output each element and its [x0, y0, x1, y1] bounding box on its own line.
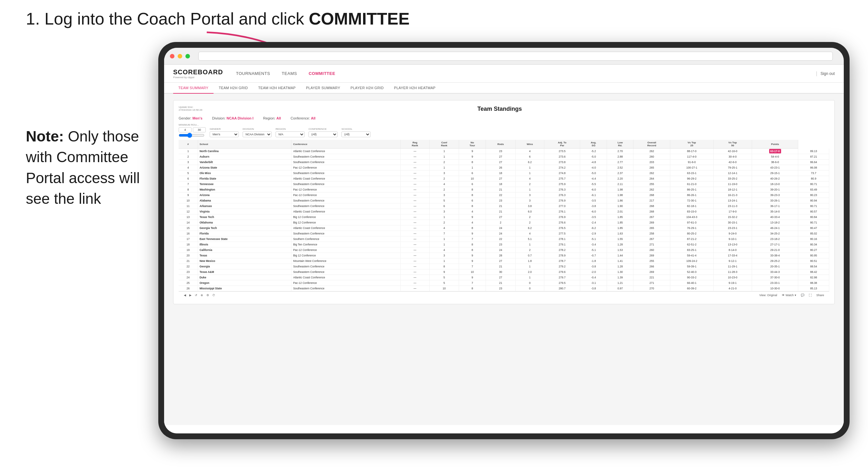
- table-cell: 88.54: [798, 264, 829, 269]
- table-cell: —: [400, 149, 430, 154]
- table-cell: 1.53: [607, 247, 633, 253]
- table-cell: 33-44-3: [752, 269, 798, 275]
- table-cell: Virginia: [198, 209, 291, 214]
- nav-teams[interactable]: TEAMS: [282, 70, 297, 77]
- table-cell: Southeastern Conference: [291, 182, 400, 187]
- table-cell: 9: [459, 214, 486, 220]
- table-cell: Tennessee: [198, 182, 291, 187]
- clock-icon[interactable]: ⏱: [212, 293, 215, 297]
- table-cell: —: [400, 253, 430, 258]
- nav-forward-icon[interactable]: ▶: [189, 293, 192, 297]
- table-cell: —: [400, 286, 430, 291]
- table-cell: 40-26-2: [752, 176, 798, 182]
- table-cell: 80.71: [798, 204, 829, 209]
- table-cell: 8: [459, 225, 486, 231]
- school-select[interactable]: (All): [341, 131, 371, 137]
- sub-nav-team-summary[interactable]: TEAM SUMMARY: [173, 83, 214, 94]
- table-cell: —: [400, 269, 430, 275]
- table-cell: 23: [486, 149, 516, 154]
- table-cell: 4: [430, 225, 459, 231]
- table-cell: 23: [486, 242, 516, 247]
- table-cell: -5.1: [580, 247, 607, 253]
- table-cell: 1: [516, 275, 544, 280]
- table-cell: 27: [486, 214, 516, 220]
- table-cell: 100-27-1: [670, 165, 713, 170]
- step-number: 1.: [26, 9, 40, 28]
- table-cell: 1.55: [607, 237, 633, 242]
- table-cell: 1.85: [607, 214, 633, 220]
- filter-gender: Gender: Men's: [179, 116, 203, 120]
- table-cell: 1: [516, 242, 544, 247]
- sign-out-btn[interactable]: Sign out: [820, 71, 835, 76]
- table-cell: -4.8: [580, 160, 607, 165]
- table-cell: Arizona: [198, 192, 291, 198]
- comment-btn[interactable]: 💬: [801, 293, 804, 297]
- nav-back-icon[interactable]: ◀: [184, 293, 186, 297]
- table-cell: 8: [459, 160, 486, 165]
- table-cell: —: [400, 280, 430, 286]
- standings-panel: Update time: 27/03/2024 16:56:26 Team St…: [173, 100, 835, 304]
- table-cell: 279.5: [544, 280, 580, 286]
- nav-committee[interactable]: COMMITTEE: [309, 70, 335, 77]
- table-row: 4Arizona StatePac-12 Conference—11261274…: [179, 165, 829, 170]
- watch-btn[interactable]: 👁 Watch ▾: [782, 293, 796, 297]
- division-select[interactable]: NCAA Division I: [243, 131, 272, 137]
- sub-nav-team-h2h-grid[interactable]: TEAM H2H GRID: [214, 83, 253, 93]
- table-cell: Atlantic Coast Conference: [291, 209, 400, 214]
- table-cell: 274.8: [544, 170, 580, 176]
- table-cell: 271: [633, 242, 670, 247]
- watch-label: Watch: [786, 293, 794, 297]
- table-cell: 5: [179, 170, 198, 176]
- table-row: 6Florida StateAtlantic Coast Conference—…: [179, 176, 829, 182]
- table-cell: 269: [633, 220, 670, 225]
- expand-btn[interactable]: ⛶: [809, 293, 812, 297]
- nav-tournaments[interactable]: TOURNAMENTS: [236, 70, 270, 77]
- toolbar-right: View: Original 👁 Watch ▾ 💬 ⛶ Share: [759, 293, 824, 297]
- table-cell: 76-29-1: [670, 225, 713, 231]
- table-cell: 43-23-1: [752, 165, 798, 170]
- table-cell: 13-24-1: [713, 198, 752, 204]
- table-cell: 21: [486, 280, 516, 286]
- share-btn[interactable]: Share: [816, 293, 824, 297]
- table-cell: -6.1: [580, 192, 607, 198]
- browser-min-dot: [178, 54, 182, 58]
- table-cell: 10: [179, 198, 198, 204]
- refresh-icon[interactable]: ↺: [195, 293, 197, 297]
- table-cell: 9-24-0: [713, 231, 752, 237]
- table-cell: 80.47: [798, 225, 829, 231]
- table-cell: 24: [179, 275, 198, 280]
- min-rou-slider[interactable]: [179, 133, 205, 137]
- sub-nav-player-summary[interactable]: PLAYER SUMMARY: [301, 83, 345, 93]
- conference-ctrl-label: Conference: [309, 128, 338, 130]
- table-cell: 23-11-3: [713, 204, 752, 209]
- table-cell: —: [400, 225, 430, 231]
- gender-control: Gender Men's: [210, 128, 239, 137]
- table-cell: East Tennessee State: [198, 237, 291, 242]
- min-rou-input-2[interactable]: [193, 127, 206, 132]
- table-cell: 6: [430, 204, 459, 209]
- gender-select[interactable]: Men's: [210, 131, 239, 137]
- min-rou-input-1[interactable]: [179, 127, 192, 132]
- sub-nav-team-h2h-heatmap[interactable]: TEAM H2H HEATMAP: [253, 83, 301, 93]
- conference-select[interactable]: (All): [309, 131, 338, 137]
- view-original-btn[interactable]: View: Original: [759, 293, 777, 297]
- zoom-icon[interactable]: ⊕: [200, 293, 203, 297]
- sub-nav-player-h2h-heatmap[interactable]: PLAYER H2H HEATMAP: [389, 83, 441, 93]
- table-row: 24DukeAtlantic Coast Conference—59271279…: [179, 275, 829, 280]
- table-body: 1North CarolinaAtlantic Coast Conference…: [179, 149, 829, 291]
- table-cell: -5.0: [580, 154, 607, 160]
- table-cell: —: [400, 182, 430, 187]
- sub-nav-player-h2h-grid[interactable]: PLAYER H2H GRID: [345, 83, 389, 93]
- table-cell: 2.01: [607, 209, 633, 214]
- region-control: Region N/A: [276, 128, 305, 137]
- table-cell: 4: [459, 220, 486, 225]
- table-cell: 2: [516, 220, 544, 225]
- table-cell: 277.0: [544, 204, 580, 209]
- settings-icon[interactable]: ⚙: [207, 293, 209, 297]
- table-cell: 2: [430, 187, 459, 192]
- table-cell: 273.6: [544, 154, 580, 160]
- browser-address-bar[interactable]: [198, 52, 833, 61]
- table-row: 15Georgia TechAtlantic Coast Conference—…: [179, 225, 829, 231]
- table-cell: 80.57: [798, 209, 829, 214]
- region-select[interactable]: N/A: [276, 131, 305, 137]
